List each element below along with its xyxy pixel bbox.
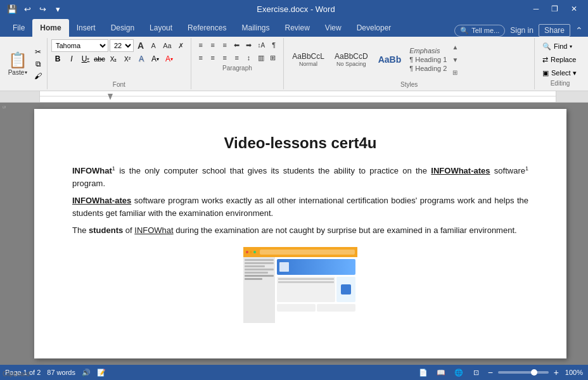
strikethrough-button[interactable]: abc	[93, 53, 106, 65]
bold-button[interactable]: B	[51, 53, 64, 65]
document-page: Video-lessons cert4u INFOWhat1 is the on…	[34, 109, 566, 358]
no-spacing-preview: AaBbCcD	[335, 52, 368, 61]
ruler-content	[39, 91, 556, 102]
tell-me-input[interactable]: 🔍 Tell me...	[454, 25, 505, 37]
font-color-button[interactable]: A▾	[163, 53, 176, 65]
ribbon-tab-right: 🔍 Tell me... Sign in Share ⌃	[454, 24, 583, 37]
styles-scroll-down[interactable]: ▼	[451, 53, 459, 66]
align-left-button[interactable]: ≡	[195, 52, 207, 63]
zoom-plus-button[interactable]: +	[554, 367, 559, 377]
normal-style-item[interactable]: AaBbCcL Normal	[288, 42, 329, 77]
numbering-button[interactable]: ≡	[207, 39, 219, 51]
infowhat-ates-brand-2: INFOWhat-ates	[72, 196, 131, 205]
undo-button[interactable]: ↩	[20, 2, 34, 16]
highlight-color-button[interactable]: A▾	[149, 53, 162, 65]
tab-design[interactable]: Design	[103, 19, 142, 37]
align-center-button[interactable]: ≡	[207, 52, 219, 63]
styles-scroll-up[interactable]: ▲	[451, 41, 459, 53]
infowhat-underline: INFOWhat	[134, 225, 173, 235]
ribbon-tabs: File Home Insert Design Layout Reference…	[0, 18, 588, 37]
change-case-button[interactable]: Aa	[160, 40, 174, 51]
italic-button[interactable]: I	[65, 53, 78, 65]
subscript-button[interactable]: X₂	[107, 53, 120, 65]
sign-in-button[interactable]: Sign in	[510, 26, 534, 35]
align-right-button[interactable]: ≡	[219, 52, 231, 63]
dot1	[246, 251, 248, 253]
select-button[interactable]: ▣ Select ▾	[539, 67, 580, 79]
font-group-label: Font	[51, 80, 187, 88]
read-mode-button[interactable]: 📖	[435, 366, 447, 379]
select-icon: ▣	[542, 69, 549, 77]
styles-group-label: Styles	[288, 80, 530, 88]
maximize-button[interactable]: ❐	[546, 2, 564, 16]
tab-view[interactable]: View	[317, 19, 349, 37]
heading1-style-item[interactable]: AaBb	[374, 42, 406, 77]
tab-review[interactable]: Review	[277, 19, 317, 37]
main-area: 1 2 3 4 5 Video-lessons cert4u INFOWhat1…	[0, 103, 588, 365]
font-family-select[interactable]: Tahoma	[51, 39, 108, 52]
status-bar: Page 1 of 2 87 words 🔊 📝 📄 📖 🌐 ⊡ − + 100…	[0, 365, 588, 380]
shading-button[interactable]: ▥	[255, 52, 267, 63]
line-spacing-button[interactable]: ↕	[243, 52, 255, 63]
web-layout-button[interactable]: 🌐	[452, 366, 465, 379]
clear-format-button[interactable]: ✗	[176, 40, 187, 51]
title-bar-left: 💾 ↩ ↪ ▾	[5, 2, 65, 16]
close-button[interactable]: ✕	[565, 2, 583, 16]
collapse-ribbon-button[interactable]: ⌃	[575, 25, 583, 35]
increase-indent-button[interactable]: ➡	[243, 39, 255, 51]
qat-more-button[interactable]: ▾	[51, 2, 65, 16]
tab-developer[interactable]: Developer	[349, 19, 399, 37]
replace-button[interactable]: ⇄ Replace	[539, 54, 580, 65]
paste-icon: 📋	[8, 51, 27, 69]
editing-group-label: Editing	[539, 79, 582, 87]
tab-file[interactable]: File	[5, 19, 32, 37]
paragraph-1: INFOWhat1 is the only computer school th…	[72, 165, 528, 189]
document-title: Video-lessons cert4u	[72, 134, 528, 152]
redo-button[interactable]: ↪	[35, 2, 49, 16]
word-count: 87 words	[47, 369, 75, 376]
zoom-level[interactable]: 100%	[564, 369, 583, 376]
zoom-thumb	[531, 369, 537, 376]
document-image	[72, 247, 528, 323]
format-painter-button[interactable]: 🖌	[32, 70, 44, 82]
font-size-select[interactable]: 22	[110, 39, 134, 52]
cut-button[interactable]: ✂	[32, 46, 44, 58]
superscript-button[interactable]: X²	[121, 53, 134, 65]
no-spacing-style-item[interactable]: AaBbCcD No Spacing	[330, 42, 373, 77]
grow-font-button[interactable]: A	[135, 40, 146, 51]
ribbon: 📋 Paste▾ ✂ ⧉ 🖌 Clipboard Tahoma 22 A A A…	[0, 37, 588, 91]
underline-button[interactable]: U▾	[79, 53, 92, 65]
tab-references[interactable]: References	[180, 19, 234, 37]
styles-gallery: AaBbCcL Normal AaBbCcD No Spacing AaBb E…	[288, 39, 459, 80]
bullets-button[interactable]: ≡	[195, 39, 207, 51]
shrink-font-button[interactable]: A	[148, 40, 159, 51]
minimize-button[interactable]: ─	[527, 2, 545, 16]
justify-button[interactable]: ≡	[231, 52, 243, 63]
tab-home[interactable]: Home	[32, 19, 68, 37]
multilevel-list-button[interactable]: ≡	[219, 39, 231, 51]
paste-button[interactable]: 📋 Paste▾	[5, 46, 30, 82]
print-layout-view-button[interactable]: 📄	[417, 366, 430, 379]
para-row-2: ≡ ≡ ≡ ≡ ↕ ▥ ⊞	[195, 52, 280, 63]
clipboard-group: 📋 Paste▾ ✂ ⧉ 🖌 Clipboard	[3, 38, 48, 89]
window-title: Exercise.docx - Word	[257, 4, 335, 14]
zoom-slider[interactable]	[498, 371, 549, 374]
borders-button[interactable]: ⊞	[267, 52, 279, 63]
show-marks-button[interactable]: ¶	[268, 39, 279, 51]
copy-button[interactable]: ⧉	[32, 58, 44, 70]
share-button[interactable]: Share	[539, 24, 570, 37]
focus-view-button[interactable]: ⊡	[470, 366, 483, 379]
paragraph-controls: ≡ ≡ ≡ ⬅ ➡ ↕A ¶ ≡ ≡ ≡ ≡ ↕ ▥ ⊞	[195, 39, 280, 63]
tab-insert[interactable]: Insert	[69, 19, 103, 37]
find-button[interactable]: 🔍 Find ▾	[539, 41, 580, 52]
sort-button[interactable]: ↕A	[255, 39, 268, 51]
tab-mailings[interactable]: Mailings	[234, 19, 277, 37]
decrease-indent-button[interactable]: ⬅	[231, 39, 243, 51]
zoom-minus-button[interactable]: −	[488, 367, 493, 377]
styles-more-button[interactable]: ⊞	[451, 66, 459, 79]
tab-layout[interactable]: Layout	[142, 19, 180, 37]
dot3	[253, 251, 256, 253]
save-button[interactable]: 💾	[5, 2, 19, 16]
heading1-preview: AaBb	[378, 54, 402, 65]
text-effects-button[interactable]: A	[135, 53, 148, 65]
